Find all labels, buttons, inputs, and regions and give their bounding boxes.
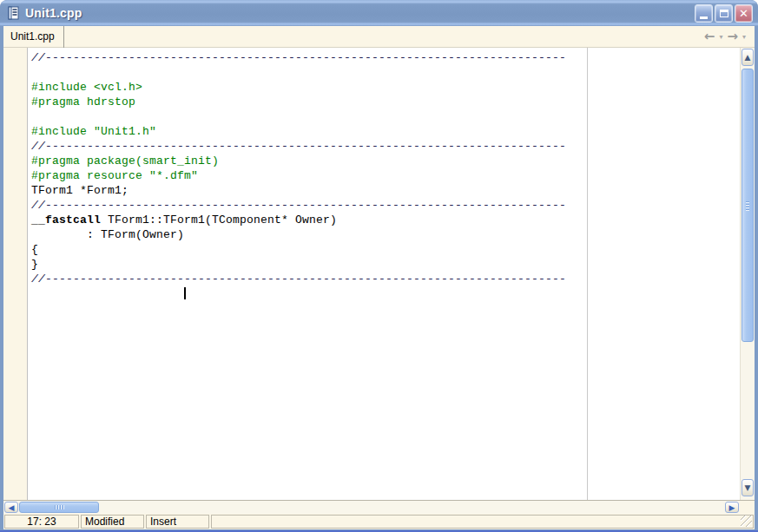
resize-grip[interactable]: [741, 516, 752, 527]
status-cursor-position: 17: 23: [4, 515, 79, 529]
chevron-left-icon: ◀: [9, 503, 15, 512]
editor-gutter[interactable]: [3, 48, 28, 500]
scroll-up-button[interactable]: ▲: [742, 49, 754, 66]
back-arrow-icon[interactable]: ←: [703, 30, 716, 43]
tab-bar: Unit1.cpp ← ▾ → ▾: [3, 26, 755, 48]
modified-text: Modified: [85, 516, 124, 528]
document-icon: [7, 6, 21, 20]
code-line: __fastcall TForm1::TForm1(TComponent* Ow…: [31, 213, 740, 227]
status-bar: 17: 23 Modified Insert: [3, 514, 755, 529]
code-line: #include "Unit1.h": [31, 124, 740, 139]
status-modified: Modified: [81, 515, 144, 529]
maximize-button[interactable]: [715, 4, 733, 23]
code-line: //--------------------------------------…: [31, 139, 740, 154]
code-line: //--------------------------------------…: [31, 198, 740, 213]
tab-navigation: ← ▾ → ▾: [703, 26, 748, 48]
code-line: }: [31, 257, 740, 272]
maximize-icon: [720, 10, 728, 17]
insert-mode-text: Insert: [150, 516, 176, 528]
code-line: #include <vcl.h>: [31, 80, 740, 95]
code-line: [31, 286, 740, 301]
code-editor[interactable]: //--------------------------------------…: [28, 48, 740, 500]
minimize-icon: [700, 16, 708, 19]
scroll-down-button[interactable]: ▼: [742, 479, 754, 496]
back-dropdown-icon[interactable]: ▾: [717, 34, 724, 41]
code-line: #pragma resource "*.dfm": [31, 168, 740, 183]
scroll-left-button[interactable]: ◀: [4, 502, 18, 513]
horizontal-scrollbar[interactable]: ◀ ▶: [3, 500, 740, 514]
vertical-scroll-thumb[interactable]: [742, 69, 754, 342]
horizontal-scrollbar-row: ◀ ▶: [3, 500, 755, 514]
close-button[interactable]: ✕: [735, 4, 753, 23]
code-line: #pragma package(smart_init): [31, 154, 740, 168]
code-line: : TForm(Owner): [31, 227, 740, 242]
minimize-button[interactable]: [695, 4, 713, 23]
app-window: Unit1.cpp ✕ Unit1.cpp ← ▾ → ▾ //-----: [0, 0, 758, 532]
editor-region: //--------------------------------------…: [3, 48, 755, 500]
status-message-area: [211, 515, 754, 529]
code-line: TForm1 *Form1;: [31, 183, 740, 198]
chevron-right-icon: ▶: [729, 503, 735, 512]
tab-label: Unit1.cpp: [10, 30, 55, 43]
code-line: {: [31, 242, 740, 257]
horizontal-scroll-thumb[interactable]: [19, 502, 99, 513]
code-line: //--------------------------------------…: [31, 50, 740, 65]
code-line: #pragma hdrstop: [31, 95, 740, 109]
client-area: Unit1.cpp ← ▾ → ▾ //--------------------…: [3, 26, 755, 529]
code-line: //--------------------------------------…: [31, 272, 740, 286]
vertical-scrollbar[interactable]: ▲ ▼: [740, 48, 755, 500]
scrollbar-corner: [740, 500, 755, 514]
text-caret: [184, 287, 186, 299]
forward-dropdown-icon[interactable]: ▾: [741, 34, 748, 41]
title-bar[interactable]: Unit1.cpp ✕: [0, 0, 758, 26]
status-insert-mode: Insert: [146, 515, 209, 529]
chevron-up-icon: ▲: [745, 53, 751, 62]
code-line: [31, 109, 740, 124]
tab-unit1-cpp[interactable]: Unit1.cpp: [3, 26, 64, 48]
scroll-right-button[interactable]: ▶: [725, 502, 739, 513]
code-line: [31, 65, 740, 80]
close-icon: ✕: [739, 8, 748, 19]
code-lines: //--------------------------------------…: [31, 50, 740, 301]
window-title: Unit1.cpp: [25, 6, 695, 20]
chevron-down-icon: ▼: [745, 483, 751, 492]
forward-arrow-icon[interactable]: →: [726, 30, 739, 43]
cursor-position-text: 17: 23: [27, 516, 56, 528]
